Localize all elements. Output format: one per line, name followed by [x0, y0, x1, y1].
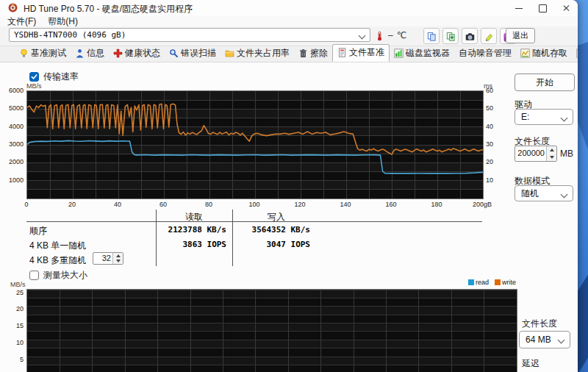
temperature-unit: ℃: [397, 30, 406, 40]
menu-help[interactable]: 帮助(H): [48, 15, 78, 28]
chevron-down-icon: [561, 191, 568, 198]
x-tick: 0: [15, 201, 37, 208]
step-down-button[interactable]: [547, 154, 556, 161]
block-size-label: 测量块大小: [43, 269, 87, 282]
thermometer-icon[interactable]: [375, 31, 384, 40]
row-label: 4 KB 单一随机: [29, 240, 86, 252]
tab-label: 文件夹占用率: [237, 47, 290, 60]
temperature-value: –: [388, 30, 393, 40]
tab-label: 信息: [87, 47, 104, 60]
tab-error-scan[interactable]: 错误扫描: [165, 46, 220, 62]
arrow-up-icon: [550, 149, 554, 151]
block-size-checkbox[interactable]: [29, 271, 39, 280]
block-y-tick: 5: [6, 356, 24, 363]
block-size-chart-canvas: [27, 290, 517, 372]
tab-aam[interactable]: 自动噪音管理: [454, 46, 516, 62]
step-up-button[interactable]: [113, 253, 123, 259]
y-right-tick: 20: [486, 158, 501, 165]
tab-label: 健康状态: [125, 47, 160, 60]
tab-label: 磁盘监视器: [406, 47, 450, 60]
tab-erase[interactable]: 擦除: [294, 46, 332, 62]
queue-depth-stepper[interactable]: 32: [93, 252, 123, 265]
file-length-stepper[interactable]: 200000: [514, 146, 557, 162]
tab-file-benchmark[interactable]: 文件基准: [332, 44, 390, 62]
title-bar: HD Tune Pro 5.70 - 硬盘/固态硬盘实用程序: [0, 0, 578, 16]
window-title: HD Tune Pro 5.70 - 硬盘/固态硬盘实用程序: [24, 3, 193, 15]
file-benchmark-panel: 传输速率 MB/s ms 600050004000300020001000605…: [0, 62, 578, 372]
stepper-arrows: [112, 253, 123, 264]
monitor-icon: [394, 49, 404, 58]
drive-dropdown[interactable]: E:: [514, 109, 573, 125]
maximize-icon: [539, 4, 547, 12]
maximize-button[interactable]: [531, 0, 554, 16]
tab-info[interactable]: 信息: [71, 46, 109, 62]
drive-select[interactable]: YSDHB-4TN7000 (4096 gB): [9, 28, 370, 42]
legend-read: read: [468, 279, 489, 286]
tab-disk-monitor[interactable]: 磁盘监视器: [390, 46, 454, 62]
toolbar: YSDHB-4TN7000 (4096 gB) – ℃ 退出: [0, 26, 578, 46]
main-chart-yleft-unit: MB/s: [26, 82, 42, 90]
queue-depth-value: 32: [93, 253, 112, 264]
x-tick: 100: [243, 201, 265, 208]
tab-health[interactable]: 健康状态: [109, 46, 165, 62]
copy-pages-icon: [427, 32, 437, 41]
block-y-tick: 20: [6, 305, 24, 312]
block-file-length-dropdown[interactable]: 64 MB: [519, 331, 570, 348]
menu-file[interactable]: 文件(F): [7, 15, 36, 28]
y-right-tick: 30: [486, 140, 501, 148]
read-value: 3863 IOPS: [156, 240, 226, 249]
transfer-rate-label: 传输速率: [43, 71, 79, 83]
block-y-tick: 10: [6, 339, 24, 346]
x-tick: 20: [61, 201, 83, 208]
block-y-tick: 15: [6, 322, 24, 329]
stepper-arrows: [546, 146, 556, 161]
x-tick: 180: [426, 201, 448, 208]
drive-select-value: YSDHB-4TN7000 (4096 gB): [14, 30, 126, 40]
step-down-button[interactable]: [113, 259, 123, 265]
tab-random-access[interactable]: 随机存取: [516, 46, 572, 62]
tab-benchmark[interactable]: 基准测试: [15, 46, 71, 62]
tab-extra-tests[interactable]: 附加测试: [572, 46, 578, 62]
y-left-tick: 6000: [4, 87, 24, 94]
write-value: 3564352 KB/s: [232, 225, 310, 235]
tab-label: 擦除: [310, 47, 328, 60]
x-end-tick: 200gB: [467, 201, 497, 208]
start-button[interactable]: 开始: [514, 74, 575, 91]
magnifier-icon: [169, 49, 179, 58]
file-length-unit: MB: [560, 149, 573, 159]
write-value: 3047 IOPS: [232, 240, 310, 249]
table-hline: [26, 221, 482, 222]
tab-folder-usage[interactable]: 文件夹占用率: [220, 46, 294, 62]
drive-dropdown-value: E:: [521, 112, 529, 122]
x-tick: 160: [380, 201, 402, 208]
y-left-tick: 1000: [4, 176, 24, 184]
temperature-display: – ℃: [375, 28, 406, 43]
close-button[interactable]: [554, 0, 578, 16]
data-mode-dropdown[interactable]: 随机: [514, 185, 573, 201]
row-label: 4 KB 多重随机: [29, 254, 86, 267]
minimize-button[interactable]: [507, 0, 531, 16]
screenshot-button[interactable]: [462, 28, 478, 44]
x-tick: 140: [334, 201, 356, 208]
table-row: 4 KB 单一随机3863 IOPS3047 IOPS: [0, 240, 485, 253]
chevron-down-icon: [561, 115, 568, 122]
chevron-down-icon: [359, 32, 366, 40]
copy-image-button[interactable]: [442, 28, 459, 44]
exit-button[interactable]: 退出: [506, 28, 535, 43]
block-size-checkbox-row: 测量块大小: [29, 269, 87, 282]
transfer-rate-checkbox[interactable]: [29, 72, 39, 82]
legend-swatch-write: [495, 279, 501, 285]
step-up-button[interactable]: [547, 146, 556, 154]
block-file-length-value: 64 MB: [526, 335, 551, 345]
block-size-chart: [26, 289, 517, 372]
chevron-down-icon: [558, 337, 565, 344]
y-left-tick: 5000: [4, 104, 24, 112]
data-mode-value: 随机: [521, 187, 539, 200]
highlight-button[interactable]: [481, 28, 497, 44]
app-window: HD Tune Pro 5.70 - 硬盘/固态硬盘实用程序 文件(F)帮助(H…: [0, 0, 578, 372]
bulb-icon: [19, 49, 29, 58]
copy-add-icon: [446, 32, 456, 41]
copy-text-button[interactable]: [423, 28, 440, 44]
app-icon: [7, 2, 19, 14]
legend-label: write: [502, 279, 516, 286]
